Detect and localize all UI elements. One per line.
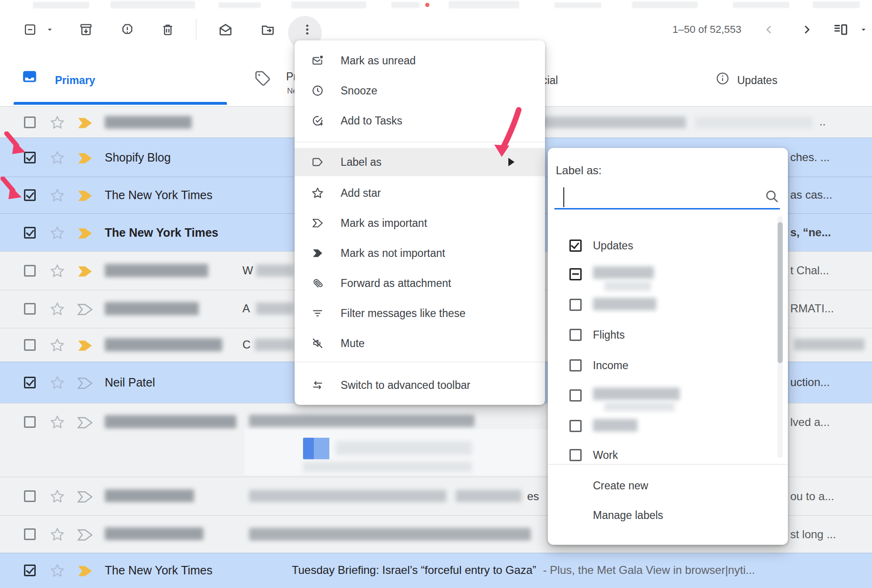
- filter-icon: [311, 307, 324, 319]
- star-icon[interactable]: [50, 489, 65, 504]
- row-checkbox-checked[interactable]: [24, 227, 36, 239]
- importance-marker-outline-icon[interactable]: [77, 529, 93, 541]
- menu-item-mark-as-unread[interactable]: Mark as unread: [295, 46, 545, 75]
- label-checkbox-indeterminate[interactable]: [569, 268, 582, 280]
- label-option-updates[interactable]: Updates: [548, 233, 788, 258]
- label-checkbox[interactable]: [569, 389, 582, 402]
- email-row-selected[interactable]: The New York Times Tuesday Briefing: Isr…: [0, 553, 872, 588]
- row-checkbox-checked[interactable]: [24, 565, 36, 576]
- importance-marker-outline-icon[interactable]: [77, 417, 93, 428]
- row-checkbox-checked[interactable]: [24, 377, 36, 388]
- row-snippet: st long ...: [790, 528, 836, 541]
- star-icon[interactable]: [50, 527, 65, 542]
- archive-icon[interactable]: [79, 23, 93, 37]
- mute-icon: [311, 337, 324, 349]
- label-checkbox-checked[interactable]: [569, 240, 582, 252]
- row-snippet: uction...: [790, 376, 830, 389]
- newer-chevron-icon[interactable]: [762, 23, 776, 37]
- row-checkbox[interactable]: [24, 339, 36, 351]
- sender-name: Neil Patel: [105, 376, 155, 389]
- updates-info-icon: [716, 71, 730, 85]
- menu-item-mute[interactable]: Mute: [295, 329, 545, 357]
- mark-as-read-icon[interactable]: [218, 22, 233, 37]
- menu-item-filter-messages[interactable]: Filter messages like these: [295, 299, 545, 327]
- subject-fragment: C: [242, 338, 250, 351]
- star-icon[interactable]: [50, 338, 65, 353]
- label-checkbox[interactable]: [569, 329, 582, 341]
- menu-item-add-star[interactable]: Add star: [295, 179, 545, 207]
- star-icon[interactable]: [50, 115, 65, 130]
- label-as-panel: Label as: Updates Flights Income: [548, 148, 788, 545]
- importance-marker-icon[interactable]: [77, 266, 93, 277]
- star-icon[interactable]: [50, 375, 65, 390]
- row-checkbox[interactable]: [24, 528, 36, 540]
- label-search-field[interactable]: [554, 186, 780, 209]
- label-option-blurred[interactable]: [548, 293, 788, 317]
- label-option-blurred[interactable]: [548, 262, 788, 286]
- select-dropdown-caret-icon[interactable]: [45, 25, 54, 34]
- pagination-count: 1–50 of 52,553: [672, 23, 741, 36]
- add-star-icon: [311, 187, 324, 199]
- panel-scrollbar-thumb[interactable]: [778, 222, 783, 363]
- menu-item-switch-toolbar[interactable]: Switch to advanced toolbar: [295, 371, 545, 399]
- row-checkbox[interactable]: [24, 416, 36, 428]
- delete-icon[interactable]: [161, 23, 175, 37]
- importance-marker-icon[interactable]: [77, 190, 93, 201]
- select-all-checkbox[interactable]: [23, 23, 37, 36]
- split-pane-caret-icon[interactable]: [859, 25, 868, 34]
- row-checkbox[interactable]: [24, 303, 36, 315]
- label-checkbox[interactable]: [569, 449, 582, 461]
- panel-divider: [548, 464, 788, 464]
- label-search-input[interactable]: [554, 186, 763, 208]
- label-checkbox[interactable]: [569, 420, 582, 432]
- menu-item-forward-as-attachment[interactable]: Forward as attachment: [295, 269, 545, 297]
- sender-name: Shopify Blog: [105, 151, 171, 164]
- importance-marker-icon[interactable]: [77, 117, 93, 129]
- importance-marker-outline-icon[interactable]: [77, 491, 93, 503]
- importance-marker-icon[interactable]: [77, 340, 93, 351]
- row-snippet: as cas...: [790, 188, 832, 201]
- create-new-label-link[interactable]: Create new: [593, 480, 648, 492]
- artifact-red-dot: [425, 3, 429, 7]
- menu-item-snooze[interactable]: Snooze: [295, 77, 545, 105]
- more-options-icon[interactable]: [301, 23, 314, 36]
- manage-labels-link[interactable]: Manage labels: [593, 509, 663, 522]
- importance-marker-icon[interactable]: [77, 565, 93, 577]
- row-checkbox[interactable]: [24, 265, 36, 277]
- older-chevron-icon[interactable]: [800, 23, 814, 37]
- star-icon[interactable]: [50, 263, 65, 279]
- split-pane-icon[interactable]: [833, 22, 849, 38]
- search-icon[interactable]: [764, 188, 780, 204]
- label-option-blurred[interactable]: [548, 414, 788, 438]
- row-checkbox[interactable]: [24, 490, 36, 502]
- report-spam-icon[interactable]: [120, 23, 134, 37]
- paperclip-icon: [311, 277, 324, 289]
- star-icon[interactable]: [50, 188, 65, 203]
- importance-marker-icon[interactable]: [77, 153, 93, 164]
- menu-item-mark-as-important[interactable]: Mark as important: [295, 209, 545, 237]
- label-checkbox[interactable]: [569, 299, 582, 311]
- subject-fragment: es: [527, 490, 539, 503]
- label-option-flights[interactable]: Flights: [548, 323, 788, 347]
- importance-marker-outline-icon[interactable]: [77, 378, 93, 389]
- tab-primary[interactable]: Primary: [55, 74, 95, 87]
- tab-updates[interactable]: Updates: [737, 74, 778, 87]
- subject-fragment: A: [242, 302, 250, 315]
- menu-divider: [295, 362, 545, 362]
- annotation-arrow-row3: [0, 177, 30, 207]
- importance-marker-outline-icon[interactable]: [77, 304, 93, 315]
- label-option-income[interactable]: Income: [548, 353, 788, 378]
- menu-item-mark-as-not-important[interactable]: Mark as not important: [295, 239, 545, 267]
- row-checkbox[interactable]: [24, 116, 36, 128]
- move-to-icon[interactable]: [260, 22, 275, 37]
- star-icon[interactable]: [50, 302, 65, 317]
- text-cursor: [563, 187, 564, 207]
- star-icon[interactable]: [50, 415, 65, 430]
- label-option-blurred[interactable]: [548, 383, 788, 408]
- star-icon[interactable]: [50, 563, 65, 578]
- star-icon[interactable]: [50, 225, 65, 240]
- importance-marker-icon[interactable]: [77, 228, 93, 239]
- importance-filled-icon: [311, 247, 324, 259]
- label-checkbox[interactable]: [569, 359, 582, 371]
- star-icon[interactable]: [50, 150, 65, 165]
